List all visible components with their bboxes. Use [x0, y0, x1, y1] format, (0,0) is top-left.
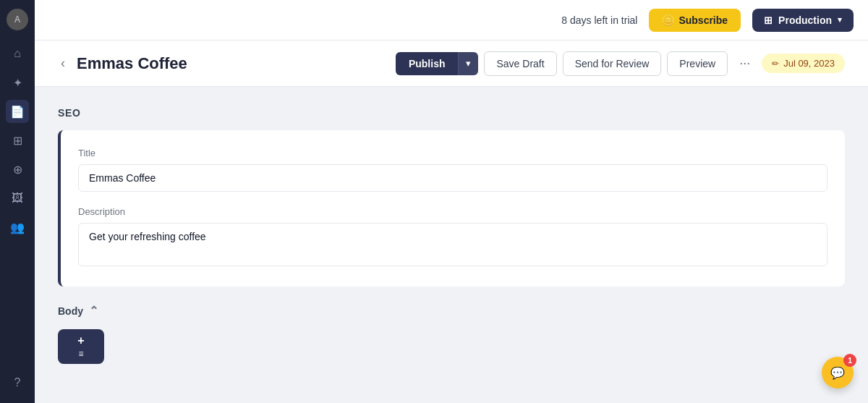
- users-icon[interactable]: 👥: [6, 216, 29, 239]
- add-block-button[interactable]: + ≡: [58, 329, 104, 364]
- publish-button[interactable]: Publish: [396, 52, 459, 75]
- pencil-icon: ✏: [772, 59, 779, 69]
- more-options-button[interactable]: ···: [733, 53, 756, 74]
- subscribe-icon: 🪙: [662, 14, 674, 26]
- body-chevron-icon[interactable]: ⌃: [89, 304, 98, 318]
- date-label: Jul 09, 2023: [783, 58, 835, 69]
- grid-icon[interactable]: ⊞: [6, 129, 29, 152]
- chevron-down-icon: ▾: [466, 58, 471, 69]
- integrations-icon[interactable]: ⊕: [6, 158, 29, 181]
- home-icon[interactable]: ⌂: [6, 42, 29, 65]
- trial-text: 8 days left in trial: [561, 14, 637, 26]
- layers-icon: ≡: [78, 349, 83, 359]
- send-review-button[interactable]: Send for Review: [563, 51, 662, 76]
- blog-icon[interactable]: ✦: [6, 71, 29, 94]
- header-left: ‹ Emmas Coffee: [58, 53, 187, 74]
- content-body: SEO Title Description Get your refreshin…: [35, 87, 868, 403]
- chat-icon: 💬: [830, 366, 845, 380]
- body-section: Body ⌃ + ≡: [58, 304, 845, 364]
- pages-icon[interactable]: 📄: [6, 100, 29, 123]
- save-draft-button[interactable]: Save Draft: [484, 51, 556, 76]
- date-badge: ✏ Jul 09, 2023: [762, 54, 845, 73]
- description-field-label: Description: [78, 206, 827, 217]
- back-button[interactable]: ‹: [58, 53, 68, 74]
- title-field-label: Title: [78, 148, 827, 158]
- header-actions: Publish ▾ Save Draft Send for Review Pre…: [396, 51, 845, 76]
- production-grid-icon: ⊞: [764, 14, 773, 26]
- media-icon[interactable]: 🖼: [6, 187, 29, 210]
- chat-badge: 1: [843, 354, 856, 367]
- title-input[interactable]: [78, 164, 827, 192]
- body-section-label: Body: [58, 305, 83, 317]
- preview-button[interactable]: Preview: [667, 51, 728, 76]
- more-icon: ···: [739, 56, 750, 70]
- subscribe-button[interactable]: 🪙 Subscribe: [649, 9, 741, 32]
- help-icon[interactable]: ?: [6, 371, 29, 394]
- topbar: 8 days left in trial 🪙 Subscribe ⊞ Produ…: [35, 0, 868, 41]
- avatar[interactable]: A: [7, 9, 28, 30]
- main-content: 8 days left in trial 🪙 Subscribe ⊞ Produ…: [35, 0, 868, 403]
- publish-dropdown-button[interactable]: ▾: [458, 52, 478, 75]
- plus-icon: +: [77, 334, 84, 347]
- page-title: Emmas Coffee: [77, 54, 187, 73]
- publish-group: Publish ▾: [396, 52, 479, 75]
- sidebar: A ⌂ ✦ 📄 ⊞ ⊕ 🖼 👥 ?: [0, 0, 35, 403]
- production-button[interactable]: ⊞ Production ▾: [752, 9, 854, 32]
- seo-section-label: SEO: [58, 107, 845, 119]
- seo-card: Title Description Get your refreshing co…: [58, 130, 845, 287]
- chevron-down-icon: ▾: [838, 15, 842, 25]
- content-header: ‹ Emmas Coffee Publish ▾ Save Draft Send…: [35, 41, 868, 87]
- description-input[interactable]: Get your refreshing coffee: [78, 223, 827, 266]
- chat-bubble-button[interactable]: 💬 1: [822, 357, 854, 389]
